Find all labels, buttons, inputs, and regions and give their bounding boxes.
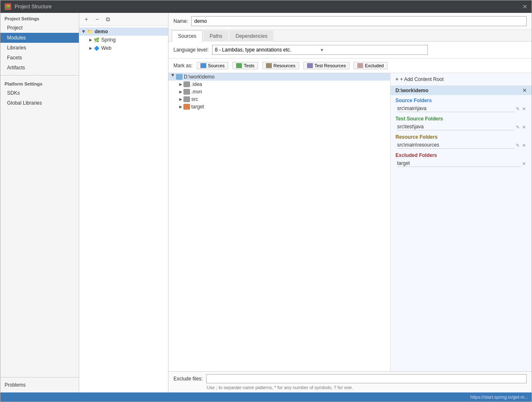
mark-tests-label: Tests xyxy=(244,63,254,68)
folder-icon-src xyxy=(183,96,190,102)
main-content: Name: Sources Paths Dependencies Languag… xyxy=(168,13,532,392)
excluded-folder-actions-0: ✕ xyxy=(521,161,527,167)
ft-arrow-idea: ▶ xyxy=(178,82,183,86)
test-source-folder-entry-0: src\test\java ✎ ✕ xyxy=(395,123,527,131)
ft-arrow-target: ▶ xyxy=(178,105,183,109)
source-folder-entry-0: src\main\java ✎ ✕ xyxy=(395,105,527,113)
chevron-down-icon: ▼ xyxy=(320,48,425,52)
test-source-folder-path-0: src\test\java xyxy=(397,124,515,130)
module-tree-content: ▶ 📁 demo ▶ 🌿 Spring ▶ 🔷 Web xyxy=(79,26,168,392)
mark-test-resources-button[interactable]: Test Resources xyxy=(303,62,350,69)
folder-icon-target xyxy=(183,104,190,110)
mark-sources-button[interactable]: Sources xyxy=(197,62,228,69)
name-bar: Name: xyxy=(168,13,532,30)
plus-icon: + xyxy=(395,76,398,82)
file-tree-idea[interactable]: ▶ .idea xyxy=(168,81,390,88)
folder-icon-demo: 📁 xyxy=(87,28,93,35)
sidebar-item-sdks[interactable]: SDKs xyxy=(0,88,79,98)
excluded-folder-entry-0: target ✕ xyxy=(395,160,527,167)
sources-tab-content: Language level: 8 - Lambdas, type annota… xyxy=(168,42,532,392)
tree-node-demo[interactable]: ▶ 📁 demo xyxy=(79,27,168,36)
exclude-files-row: Exclude files: xyxy=(173,374,527,383)
edit-test-source-folder-button[interactable]: ✎ xyxy=(515,125,520,130)
ft-label-idea: .idea xyxy=(191,81,202,87)
folder-icon-mvn xyxy=(183,89,190,95)
file-tree-root[interactable]: ▶ D:\work\demo xyxy=(168,73,390,81)
name-input[interactable] xyxy=(191,16,527,26)
ft-label-target: target xyxy=(191,104,204,110)
sources-color-icon xyxy=(200,63,206,68)
tree-node-spring[interactable]: ▶ 🌿 Spring xyxy=(79,36,168,44)
titlebar-left: 🧩 Project Structure xyxy=(5,3,51,10)
source-folders-title: Source Folders xyxy=(395,98,527,103)
tab-dependencies[interactable]: Dependencies xyxy=(229,30,274,42)
test-source-folders-title: Test Source Folders xyxy=(395,116,527,122)
file-tree-mvn[interactable]: ▶ .mvn xyxy=(168,88,390,96)
test-resources-color-icon xyxy=(307,63,313,68)
tree-label-spring: Spring xyxy=(101,37,116,43)
sidebar-item-libraries[interactable]: Libraries xyxy=(0,43,79,53)
language-label: Language level: xyxy=(173,47,209,53)
sidebar-item-problems[interactable]: Problems xyxy=(0,380,79,390)
source-folder-actions-0: ✎ ✕ xyxy=(515,106,527,112)
mark-resources-button[interactable]: Resources xyxy=(262,62,299,69)
add-content-root-button[interactable]: + + Add Content Root xyxy=(390,73,532,86)
source-folders-section: Source Folders src\main\java ✎ ✕ xyxy=(390,95,532,113)
file-tree-src[interactable]: ▶ src xyxy=(168,96,390,103)
right-pane: + + Add Content Root D:\work\demo ✕ Sour… xyxy=(390,73,532,371)
project-settings-label: Project Settings xyxy=(0,13,79,23)
main-layout: Project Settings Project Modules Librari… xyxy=(0,13,532,392)
sidebar-item-artifacts[interactable]: Artifacts xyxy=(0,63,79,73)
remove-root-button[interactable]: ✕ xyxy=(522,88,527,93)
ft-label-root: D:\work\demo xyxy=(184,74,215,80)
mark-excluded-button[interactable]: Excluded xyxy=(354,62,387,69)
file-tree-target[interactable]: ▶ target xyxy=(168,103,390,110)
mark-excluded-label: Excluded xyxy=(365,63,383,68)
language-select[interactable]: 8 - Lambdas, type annotations etc. ▼ xyxy=(212,45,428,55)
resource-folder-actions-0: ✎ ✕ xyxy=(515,143,527,148)
copy-module-button[interactable]: ⧉ xyxy=(103,15,112,24)
sidebar-item-global-libraries[interactable]: Global Libraries xyxy=(0,98,79,108)
content-root-path: D:\work\demo xyxy=(395,88,428,93)
remove-resource-folder-button[interactable]: ✕ xyxy=(521,143,527,148)
content-root-item: D:\work\demo ✕ xyxy=(390,86,532,95)
file-tree-pane: ▶ D:\work\demo ▶ .idea ▶ xyxy=(168,73,390,371)
mark-as-label: Mark as: xyxy=(173,63,193,69)
close-button[interactable]: ✕ xyxy=(522,3,527,10)
sidebar-item-facets[interactable]: Facets xyxy=(0,53,79,63)
mark-tests-button[interactable]: Tests xyxy=(232,62,258,69)
mark-sources-label: Sources xyxy=(208,63,225,68)
remove-source-folder-button[interactable]: ✕ xyxy=(521,106,527,112)
tree-node-web[interactable]: ▶ 🔷 Web xyxy=(79,44,168,52)
edit-source-folder-button[interactable]: ✎ xyxy=(515,106,520,112)
platform-settings-label: Platform Settings xyxy=(0,78,79,88)
ft-arrow-root: ▶ xyxy=(171,74,175,80)
tree-label-web: Web xyxy=(101,45,111,51)
status-bar: https://start.spring.io/get-m... xyxy=(0,392,532,402)
remove-module-button[interactable]: − xyxy=(93,15,102,24)
sidebar-bottom: Problems xyxy=(0,377,79,392)
sidebar-item-modules[interactable]: Modules xyxy=(0,33,79,43)
edit-resource-folder-button[interactable]: ✎ xyxy=(515,143,520,148)
split-pane: ▶ D:\work\demo ▶ .idea ▶ xyxy=(168,73,532,371)
exclude-files-label: Exclude files: xyxy=(173,376,203,382)
tab-paths[interactable]: Paths xyxy=(203,30,229,42)
remove-test-source-folder-button[interactable]: ✕ xyxy=(521,125,527,130)
remove-excluded-folder-button[interactable]: ✕ xyxy=(521,161,527,167)
ft-label-src: src xyxy=(191,96,198,102)
resource-folder-entry-0: src\main\resources ✎ ✕ xyxy=(395,142,527,149)
ft-arrow-src: ▶ xyxy=(178,97,183,101)
tab-sources[interactable]: Sources xyxy=(172,30,203,42)
spring-icon: 🌿 xyxy=(93,37,100,43)
ft-arrow-mvn: ▶ xyxy=(178,90,183,94)
exclude-files-input[interactable] xyxy=(206,374,527,383)
resource-folder-path-0: src\main\resources xyxy=(397,142,515,149)
add-module-button[interactable]: + xyxy=(82,15,91,24)
window-title: Project Structure xyxy=(15,4,51,10)
web-icon: 🔷 xyxy=(93,45,100,51)
window: 🧩 Project Structure ✕ Project Settings P… xyxy=(0,0,532,402)
sidebar: Project Settings Project Modules Librari… xyxy=(0,13,79,392)
bottom-bar: Exclude files: Use ; to separate name pa… xyxy=(168,371,532,392)
sidebar-item-project[interactable]: Project xyxy=(0,23,79,33)
status-text: https://start.spring.io/get-m... xyxy=(471,395,528,400)
